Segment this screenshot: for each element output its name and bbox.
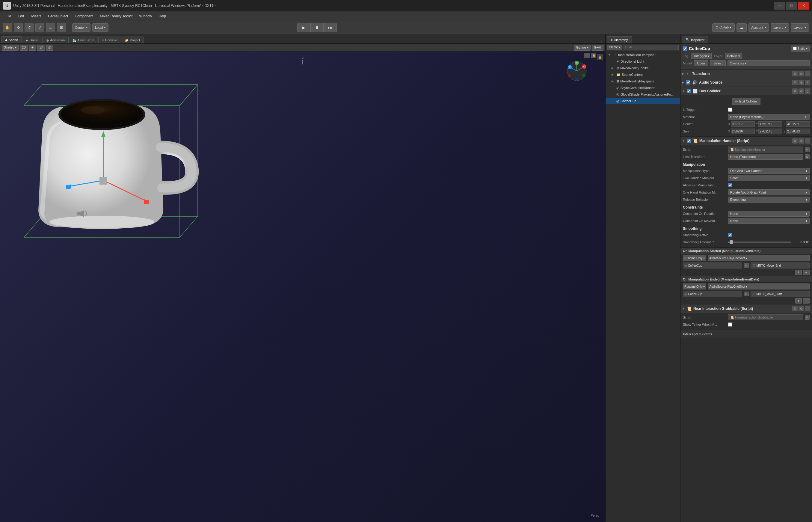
search-field[interactable]: G+All (592, 45, 604, 51)
audio-copy-button[interactable]: ⧉ (792, 80, 798, 85)
center-pivot-dropdown[interactable]: Center ▾ (72, 23, 90, 32)
hierarchy-create-button[interactable]: Create ▾ (607, 45, 622, 50)
near-copy-button[interactable]: ⧉ (792, 306, 798, 312)
tag-dropdown[interactable]: Untagged ▾ (691, 53, 712, 59)
hierarchy-item-root[interactable]: ▼ ⊞ HandInteractionExamples* (606, 52, 680, 58)
tab-asset-store[interactable]: 🏪 Asset Store (68, 37, 98, 43)
menu-component[interactable]: Component (72, 13, 96, 19)
audio-settings-button[interactable]: ⚙ (798, 80, 804, 85)
allow-far-checkbox[interactable] (728, 183, 732, 187)
layers-dropdown[interactable]: Layers ▾ (771, 23, 789, 32)
two-handed-dropdown[interactable]: Scale ▾ (728, 175, 810, 181)
menu-edit[interactable]: Edit (15, 13, 27, 19)
shaded-dropdown[interactable]: Shaded ▾ (2, 45, 19, 51)
function-field[interactable]: AudioSource.PlayOneShot ▾ (708, 255, 810, 261)
pause-button[interactable]: ⏸ (310, 23, 324, 32)
tab-console[interactable]: ≡ Console (98, 37, 121, 43)
collab-button[interactable]: ⊙ Collab ▾ (712, 23, 735, 32)
is-trigger-checkbox[interactable] (728, 107, 732, 112)
hierarchy-item-playspace[interactable]: ▶ ⊞ MixedRealityPlayspace (606, 78, 680, 84)
lighting-button[interactable]: ☀ (29, 45, 36, 51)
constraint-movement-dropdown[interactable]: None ▾ (728, 218, 810, 224)
layer-dropdown[interactable]: Default ▾ (725, 53, 742, 59)
hierarchy-item-directional-light[interactable]: ☀ Directional Light (606, 58, 680, 65)
size-z[interactable] (786, 128, 810, 134)
manip-menu-button[interactable]: ⋮ (805, 138, 810, 143)
hierarchy-item-coffeecup[interactable]: ◎ CoffeeCup (606, 98, 680, 104)
open-button[interactable]: Open (694, 60, 708, 66)
object-active-checkbox[interactable] (683, 46, 687, 51)
show-tether-checkbox[interactable] (728, 322, 732, 327)
tab-inspector[interactable]: 🔍 Inspector (682, 36, 708, 43)
audio-source-component-header[interactable]: ▶ 🔊 Audio Source ⧉ ⚙ ⋮ (681, 78, 812, 86)
host-transform-select[interactable]: ⊙ (805, 154, 810, 159)
center-x[interactable] (731, 121, 755, 127)
audio-button[interactable]: 🔊 (37, 45, 45, 51)
tab-hierarchy[interactable]: ≡ Hierarchy (607, 36, 632, 43)
center-y[interactable] (758, 121, 782, 127)
box-collider-component-header[interactable]: ▼ ⬜ Box Collider ⧉ ⚙ ⋮ (681, 87, 812, 95)
local-global-dropdown[interactable]: Local ▾ (92, 23, 108, 32)
manip-copy-button[interactable]: ⧉ (792, 138, 798, 143)
collider-menu-button[interactable]: ⋮ (805, 88, 810, 94)
static-checkbox[interactable] (793, 47, 797, 51)
menu-mixed-reality-toolkit[interactable]: Mixed Reality Toolkit (97, 13, 136, 19)
size-y[interactable] (758, 128, 782, 134)
close-button[interactable]: ✕ (798, 2, 809, 9)
transform-menu-button[interactable]: ⋮ (805, 71, 810, 76)
gizmos-dropdown[interactable]: Gizmos ▾ (574, 45, 591, 51)
audio-menu-button[interactable]: ⋮ (805, 80, 810, 85)
scale-tool-button[interactable]: ⤢ (35, 23, 44, 32)
menu-assets[interactable]: Assets (27, 13, 44, 19)
effects-button[interactable]: ◫ (46, 45, 53, 51)
ended-function-field[interactable]: AudioSource.PlayOneShot ▾ (708, 283, 810, 289)
move-tool-button[interactable]: ✛ (14, 23, 23, 32)
play-button[interactable]: ▶ (297, 23, 310, 32)
hierarchy-item-global-shader[interactable]: ◎ GlobalShaderProximityAssignerFo... (606, 91, 680, 98)
menu-help[interactable]: Help (156, 13, 169, 19)
near-interaction-header[interactable]: ▼ 📜 Near Interaction Grabbable (Script) … (681, 304, 812, 313)
tab-project[interactable]: 📁 Project (121, 37, 144, 43)
event-ended-remove-button[interactable]: − (803, 298, 810, 304)
orientation-gizmo[interactable]: X Y Z (566, 61, 587, 81)
edit-collider-button[interactable]: ✏ Edit Collider (732, 98, 760, 105)
cloud-button[interactable]: ☁ (736, 23, 747, 32)
manipulation-type-dropdown[interactable]: One And Two Handed ▾ (728, 168, 810, 174)
maximize-button[interactable]: □ (786, 2, 797, 9)
tab-scene[interactable]: ◆ Scene (1, 36, 22, 43)
transform-tool-button[interactable]: ⊞ (57, 23, 66, 32)
box-collider-checkbox[interactable] (687, 89, 691, 93)
account-dropdown[interactable]: Account ▾ (749, 23, 769, 32)
near-script-select[interactable]: ⊙ (805, 315, 810, 320)
hierarchy-item-async[interactable]: ◎ AsyncCoroutineRunner (606, 84, 680, 91)
runtime-only-dropdown[interactable]: Runtime Only ▾ (683, 255, 706, 261)
one-hand-dropdown[interactable]: Rotate About Grab Point ▾ (728, 189, 810, 195)
ended-obj1-select[interactable]: ⊙ (744, 292, 749, 296)
scene-lock-button[interactable]: 🔒 (597, 54, 603, 60)
host-transform-dropdown[interactable]: None (Transform) (728, 154, 803, 160)
smoothing-active-checkbox[interactable] (728, 233, 732, 237)
constraint-rotation-dropdown[interactable]: None ▾ (728, 210, 810, 217)
size-x[interactable] (731, 128, 755, 134)
select-button[interactable]: Select (710, 60, 726, 66)
hierarchy-item-mrtk[interactable]: ▶ ⊞ MixedRealityToolkit (606, 65, 680, 71)
event-add-button[interactable]: + (795, 270, 802, 275)
2d-button[interactable]: 2D (20, 45, 28, 51)
center-z[interactable] (786, 121, 810, 127)
audio-source-checkbox[interactable] (686, 80, 690, 84)
hierarchy-item-scene-content[interactable]: ▶ 📁 SceneContent (606, 71, 680, 78)
manipulation-checkbox[interactable] (687, 139, 691, 143)
scene-expand-button[interactable]: ⤢ (584, 53, 590, 58)
menu-file[interactable]: File (2, 13, 14, 19)
transform-component-header[interactable]: ▶ ↔ Transform ⧉ ⚙ ⋮ (681, 69, 812, 78)
manip-script-select[interactable]: ⊙ (805, 147, 810, 152)
obj-field-2[interactable]: 🎵 MRTK_Move_End (751, 262, 810, 268)
near-settings-button[interactable]: ⚙ (798, 306, 804, 312)
manip-settings-button[interactable]: ⚙ (798, 138, 804, 143)
material-dropdown[interactable]: None (Physic Material) ⊙ (728, 114, 810, 120)
obj-field-1[interactable]: ◎ CoffeeCup (683, 262, 742, 268)
rotate-tool-button[interactable]: ↺ (24, 23, 34, 32)
event-ended-add-button[interactable]: + (795, 298, 802, 304)
ended-obj-field-2[interactable]: 🎵 MRTK_Move_Start (751, 291, 810, 297)
obj1-select[interactable]: ⊙ (744, 263, 749, 268)
